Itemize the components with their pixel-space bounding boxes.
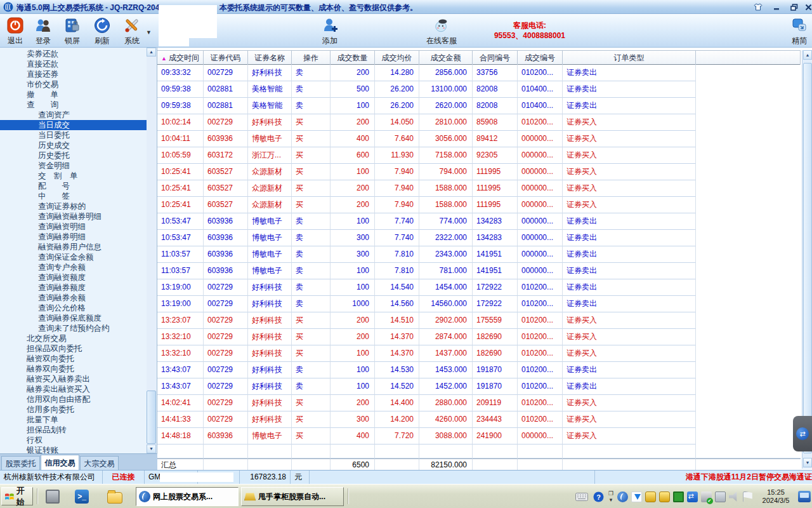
- sidebar-item[interactable]: 担保品划转: [0, 425, 147, 435]
- column-header[interactable]: 订单类型: [563, 51, 696, 65]
- column-header[interactable]: 成交编号: [518, 51, 563, 65]
- sidebar-item[interactable]: 配 号: [0, 181, 147, 191]
- table-row[interactable]: 11:03:57603936博敏电子卖3007.8102343.00014195…: [157, 246, 801, 263]
- scrollbar-thumb[interactable]: [147, 391, 156, 444]
- system-button[interactable]: 系统: [118, 16, 146, 46]
- tray-clock[interactable]: 15:25 2024/3/5: [757, 488, 794, 505]
- flag-tray-icon[interactable]: [743, 491, 754, 502]
- column-header[interactable]: 操作: [292, 51, 331, 65]
- sidebar-item[interactable]: 信用双向自由搭配: [0, 394, 147, 404]
- table-row[interactable]: 14:41:33002729好利科技买30014.2004260.0002344…: [157, 411, 801, 428]
- table-row[interactable]: 10:53:47603936博敏电子卖3007.7402322.00013428…: [157, 230, 801, 246]
- table-row[interactable]: 14:48:18603936博敏电子买4007.7203088.00024190…: [157, 428, 801, 444]
- exit-button[interactable]: 退出: [1, 16, 29, 46]
- sidebar-item[interactable]: 查询融券余额: [0, 293, 147, 303]
- sidebar-item[interactable]: 查询融资融券明细: [0, 211, 147, 222]
- sidebar-item[interactable]: 资金明细: [0, 161, 147, 171]
- sidebar-item[interactable]: 查询融资额度: [0, 272, 147, 283]
- teamviewer-widget[interactable]: ⇄: [793, 416, 812, 451]
- column-header[interactable]: 成交数量: [331, 51, 375, 65]
- add-button[interactable]: 添加: [316, 16, 344, 46]
- skin-icon[interactable]: [752, 2, 764, 12]
- help-icon[interactable]: ?: [591, 490, 605, 503]
- sidebar-item[interactable]: 当日成交: [0, 120, 147, 130]
- toolbar-dropdown-icon[interactable]: ▼: [146, 29, 152, 36]
- haitong-tray-icon[interactable]: [617, 491, 628, 502]
- sidebar-item[interactable]: 中 签: [0, 191, 147, 201]
- online-service-button[interactable]: 在线客服: [424, 16, 459, 46]
- network-tray-icon[interactable]: [715, 491, 726, 502]
- taskbar-task[interactable]: 甩手掌柜股票自动...: [241, 487, 344, 506]
- minimize-button[interactable]: [770, 2, 783, 12]
- table-row[interactable]: 10:05:59603172浙江万...买60011.9307158.00092…: [157, 147, 801, 164]
- sidebar-item[interactable]: 北交所交易: [0, 333, 147, 344]
- column-header[interactable]: 成交金额: [419, 51, 473, 65]
- column-header[interactable]: ▲成交时间: [157, 51, 204, 65]
- sidebar-item[interactable]: 查询融券额度: [0, 283, 147, 293]
- sidebar-item[interactable]: 融券双向委托: [0, 364, 147, 374]
- grid-tray-icon[interactable]: [673, 491, 684, 502]
- login-button[interactable]: 登录: [29, 16, 57, 46]
- scroll-down-icon[interactable]: ▼: [803, 458, 812, 467]
- system-tools-launcher[interactable]: [44, 488, 61, 505]
- sidebar-item[interactable]: 担保品双向委托: [0, 344, 147, 354]
- sidebar-item[interactable]: 融券卖出融资买入: [0, 384, 147, 394]
- column-header[interactable]: 合同编号: [473, 51, 518, 65]
- table-row[interactable]: 汇总650082150.000: [157, 458, 801, 471]
- sidebar-item[interactable]: 批量下单: [0, 415, 147, 425]
- refresh-button[interactable]: 刷新: [88, 16, 116, 46]
- table-row[interactable]: 10:25:41603527众源新材买2007.9401588.00011199…: [157, 180, 801, 197]
- column-header[interactable]: 证券名称: [248, 51, 292, 65]
- column-header[interactable]: 成交均价: [375, 51, 419, 65]
- sidebar-item[interactable]: 查询公允价格: [0, 303, 147, 313]
- table-row[interactable]: 13:43:07002729好利科技卖10014.5301453.0001918…: [157, 362, 801, 378]
- sidebar-item[interactable]: 查询专户余额: [0, 262, 147, 272]
- sidebar-item[interactable]: 直接还券: [0, 69, 147, 79]
- sidebar-item[interactable]: 撤 单: [0, 90, 147, 100]
- table-row[interactable]: 10:02:14002729好利科技买20014.0502810.0008590…: [157, 114, 801, 131]
- table-row[interactable]: 13:32:10002729好利科技买20014.3702874.0001826…: [157, 329, 801, 345]
- scrollbar-thumb[interactable]: [803, 63, 812, 453]
- simplify-button[interactable]: 精简: [785, 16, 812, 46]
- sidebar-item[interactable]: 历史成交: [0, 140, 147, 150]
- sidebar-item[interactable]: 信用多向委托: [0, 404, 147, 415]
- taskbar-task[interactable]: 网上股票交易系...: [136, 487, 239, 506]
- table-row[interactable]: 13:19:00002729好利科技卖100014.56014560.00017…: [157, 296, 801, 312]
- table-row[interactable]: 10:25:41603527众源新材买2007.9401588.00011199…: [157, 197, 801, 213]
- usb-tray-icon[interactable]: [701, 491, 712, 502]
- table-row[interactable]: 10:04:11603936博敏电子买4007.6403056.00089412…: [157, 131, 801, 147]
- table-row[interactable]: 10:53:47603936博敏电子卖1007.740774.000134283…: [157, 213, 801, 230]
- keyboard-icon[interactable]: [575, 490, 589, 503]
- restore-button[interactable]: [788, 2, 801, 12]
- table-row[interactable]: 09:59:38002881美格智能卖10026.2002620.0008200…: [157, 98, 801, 114]
- table-row[interactable]: [157, 444, 801, 458]
- sidebar-item[interactable]: 市价交易: [0, 79, 147, 90]
- table-row[interactable]: 09:33:32002729好利科技卖20014.2802856.0003375…: [157, 65, 801, 81]
- scroll-up-icon[interactable]: ▲: [147, 48, 156, 57]
- table-row[interactable]: 13:23:07002729好利科技买20014.5102902.0001755…: [157, 312, 801, 329]
- table-row[interactable]: 13:19:00002729好利科技卖10014.5401454.0001729…: [157, 279, 801, 296]
- start-button[interactable]: 开始: [1, 487, 33, 505]
- table-row[interactable]: 11:03:57603936博敏电子卖1007.810781.000141951…: [157, 263, 801, 279]
- sidebar-item[interactable]: 融资买入融券卖出: [0, 374, 147, 384]
- sidebar-item[interactable]: 查询保证金余额: [0, 252, 147, 262]
- table-row[interactable]: 10:25:41603527众源新材买1007.940794.000111995…: [157, 164, 801, 180]
- sidebar-scrollbar[interactable]: ▲ ▼: [147, 48, 156, 453]
- sidebar-tab[interactable]: 大宗交易: [80, 456, 119, 470]
- sidebar-item[interactable]: 查询融资明细: [0, 222, 147, 232]
- sidebar-item[interactable]: 融资融券用户信息: [0, 242, 147, 252]
- sidebar-item[interactable]: 当日委托: [0, 130, 147, 140]
- table-row[interactable]: 09:59:38002881美格智能卖50026.20013100.000820…: [157, 81, 801, 98]
- sidebar-item[interactable]: 融资双向委托: [0, 354, 147, 364]
- table-row[interactable]: 13:32:10002729好利科技买10014.3701437.0001826…: [157, 345, 801, 362]
- column-header[interactable]: 证券代码: [204, 51, 248, 65]
- folder-launcher[interactable]: [107, 488, 123, 505]
- sidebar-item[interactable]: 行权: [0, 435, 147, 445]
- powershell-launcher[interactable]: >_: [74, 488, 90, 505]
- close-button[interactable]: [802, 2, 812, 12]
- column-header[interactable]: [696, 51, 801, 65]
- sidebar-item[interactable]: 直接还款: [0, 59, 147, 69]
- teamviewer-tray-icon[interactable]: [687, 491, 698, 502]
- tray-expand-icon[interactable]: ❐▾: [606, 490, 615, 503]
- sidebar-tab[interactable]: 信用交易: [41, 455, 79, 470]
